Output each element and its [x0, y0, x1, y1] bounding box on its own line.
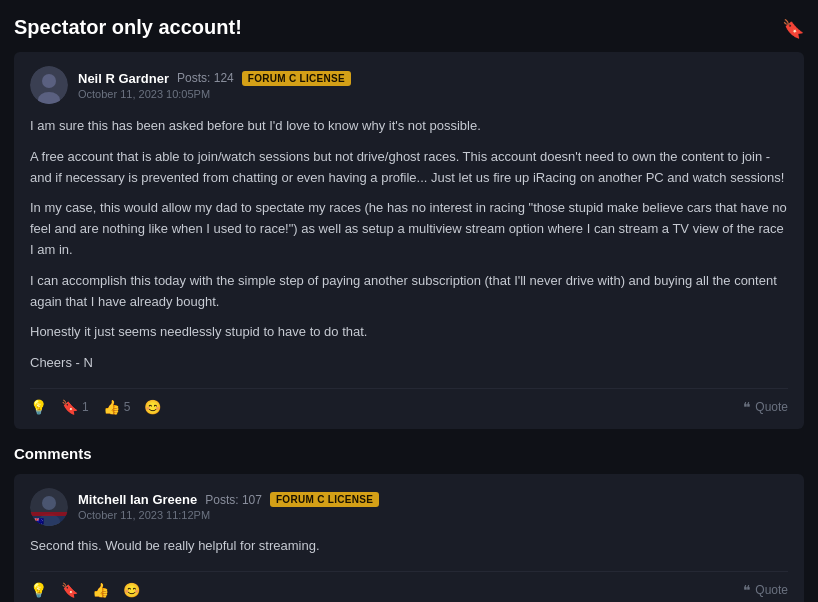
bulb-icon: 💡	[30, 399, 47, 415]
comment-bulb-icon: 💡	[30, 582, 47, 598]
comment-emoji-icon: 😊	[123, 582, 140, 598]
quote-label: Quote	[755, 400, 788, 414]
quote-icon: ❝	[743, 399, 751, 415]
comment-avatar: 🇦🇺	[30, 488, 68, 526]
comment-bulb-action[interactable]: 💡	[30, 582, 47, 598]
post-para-2: A free account that is able to join/watc…	[30, 147, 788, 189]
emoji-action[interactable]: 😊	[144, 399, 161, 415]
comment-actions: 💡 🔖 👍 😊	[30, 582, 140, 598]
comment-header: 🇦🇺 Mitchell Ian Greene Posts: 107 FORUM …	[30, 488, 788, 526]
bulb-action[interactable]: 💡	[30, 399, 47, 415]
svg-text:🇦🇺: 🇦🇺	[34, 516, 44, 526]
post-date: October 11, 2023 10:05PM	[78, 88, 351, 100]
quote-button[interactable]: ❝ Quote	[743, 399, 788, 415]
post-para-4: I can accomplish this today with the sim…	[30, 271, 788, 313]
comment-like-action[interactable]: 👍	[92, 582, 109, 598]
bookmark-action[interactable]: 🔖 1	[61, 399, 89, 415]
comment-forum-badge: FORUM C LICENSE	[270, 492, 379, 507]
author-row: Neil R Gardner Posts: 124 FORUM C LICENS…	[78, 71, 351, 86]
comments-section: Comments 🇦🇺	[14, 445, 804, 602]
post-para-6: Cheers - N	[30, 353, 788, 374]
comment-card: 🇦🇺 Mitchell Ian Greene Posts: 107 FORUM …	[14, 474, 804, 602]
comment-quote-label: Quote	[755, 583, 788, 597]
bookmark-count: 1	[82, 400, 89, 414]
author-meta: Neil R Gardner Posts: 124 FORUM C LICENS…	[78, 71, 351, 100]
comments-header: Comments	[14, 445, 804, 462]
like-action[interactable]: 👍 5	[103, 399, 131, 415]
comment-date: October 11, 2023 11:12PM	[78, 509, 379, 521]
post-footer: 💡 🔖 1 👍 5 😊 ❝ Quote	[30, 388, 788, 415]
like-icon: 👍	[103, 399, 120, 415]
svg-point-4	[42, 496, 56, 510]
avatar	[30, 66, 68, 104]
post-actions: 💡 🔖 1 👍 5 😊	[30, 399, 161, 415]
post-para-5: Honestly it just seems needlessly stupid…	[30, 322, 788, 343]
svg-point-1	[42, 74, 56, 88]
comment-author-name: Mitchell Ian Greene	[78, 492, 197, 507]
post-para-1: I am sure this has been asked before but…	[30, 116, 788, 137]
svg-rect-7	[30, 512, 68, 516]
comment-bookmark-action[interactable]: 🔖	[61, 582, 78, 598]
author-name: Neil R Gardner	[78, 71, 169, 86]
comment-body: Second this. Would be really helpful for…	[30, 536, 788, 557]
comment-like-icon: 👍	[92, 582, 109, 598]
post-header: Neil R Gardner Posts: 124 FORUM C LICENS…	[30, 66, 788, 104]
page-title: Spectator only account!	[14, 16, 242, 39]
post-body: I am sure this has been asked before but…	[30, 116, 788, 374]
like-count: 5	[124, 400, 131, 414]
post-para-3: In my case, this would allow my dad to s…	[30, 198, 788, 260]
page-container: Spectator only account! 🔖 Neil R Gardner…	[0, 0, 818, 602]
main-post-card: Neil R Gardner Posts: 124 FORUM C LICENS…	[14, 52, 804, 429]
comment-emoji-action[interactable]: 😊	[123, 582, 140, 598]
forum-badge: FORUM C LICENSE	[242, 71, 351, 86]
comment-footer: 💡 🔖 👍 😊 ❝ Quote	[30, 571, 788, 598]
comment-author-meta: Mitchell Ian Greene Posts: 107 FORUM C L…	[78, 492, 379, 521]
comment-posts-count: Posts: 107	[205, 493, 262, 507]
comment-bookmark-icon: 🔖	[61, 582, 78, 598]
bookmark-count-icon: 🔖	[61, 399, 78, 415]
emoji-icon: 😊	[144, 399, 161, 415]
comment-quote-icon: ❝	[743, 582, 751, 598]
page-title-row: Spectator only account! 🔖	[14, 16, 804, 40]
comment-author-row: Mitchell Ian Greene Posts: 107 FORUM C L…	[78, 492, 379, 507]
posts-count: Posts: 124	[177, 71, 234, 85]
bookmark-icon[interactable]: 🔖	[782, 18, 804, 40]
comment-quote-button[interactable]: ❝ Quote	[743, 582, 788, 598]
